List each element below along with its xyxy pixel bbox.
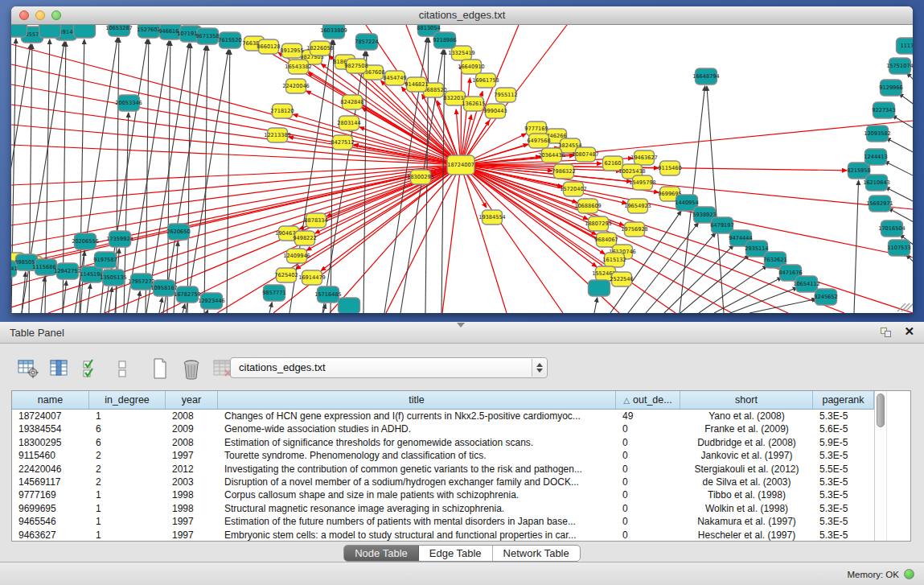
graph-node[interactable]: 16648794 <box>692 68 720 84</box>
graph-node[interactable]: 7857224 <box>355 34 378 50</box>
graph-node[interactable]: 1117 <box>897 38 914 54</box>
graph-node[interactable]: 16640910 <box>458 60 485 74</box>
graph-node[interactable] <box>39 25 61 38</box>
graph-node[interactable] <box>339 298 360 313</box>
graph-node[interactable]: 8242848 <box>340 95 363 109</box>
graph-node[interactable]: 19384554 <box>478 210 506 225</box>
column-header-name[interactable]: name <box>12 391 89 409</box>
table-row[interactable]: 1456911722003Disruption of a novel membe… <box>12 476 874 488</box>
column-header-year[interactable]: year <box>166 391 218 409</box>
graph-node[interactable]: 7615520 <box>218 32 241 48</box>
graph-node[interactable]: 12093582 <box>864 126 891 142</box>
graph-node[interactable]: 9827508 <box>344 59 368 73</box>
graph-node[interactable]: 20053346 <box>115 95 142 111</box>
graph-node[interactable]: 16914479 <box>298 270 326 285</box>
show-columns-button[interactable] <box>47 356 72 381</box>
table-row[interactable]: 1938455462009Genome-wide association stu… <box>12 422 874 435</box>
table-scrollbar[interactable] <box>874 391 886 541</box>
table-row[interactable]: 1872400712008Changes of HCN gene express… <box>12 410 874 422</box>
graph-node[interactable]: 19463627 <box>630 150 658 165</box>
graph-node[interactable]: 20364436 <box>538 148 565 163</box>
graph-node[interactable]: 8912955 <box>280 43 303 58</box>
column-header-short[interactable]: short <box>680 391 813 409</box>
column-header-in_degree[interactable]: in_degree <box>89 391 166 409</box>
graph-node[interactable]: 15716485 <box>314 286 342 303</box>
graph-node[interactable]: 1527602 <box>137 25 160 38</box>
graph-node[interactable]: 20206556 <box>72 233 99 249</box>
graph-node[interactable]: 9197587 <box>93 252 117 268</box>
splitter-handle[interactable] <box>457 323 465 328</box>
graph-node[interactable]: 1244413 <box>864 149 887 165</box>
graph-node[interactable]: 7955112 <box>494 88 517 102</box>
graph-node[interactable]: 9990443 <box>483 104 507 118</box>
graph-node[interactable]: 16961758 <box>472 73 499 88</box>
graph-node[interactable]: 9671358 <box>195 28 219 44</box>
tab-edge-table[interactable]: Edge Table <box>419 546 493 561</box>
graph-node[interactable]: 9115460 <box>658 161 681 175</box>
tab-node-table[interactable]: Node Table <box>344 546 419 561</box>
graph-node[interactable]: 15751074 <box>886 58 913 74</box>
graph-node[interactable]: 7986322 <box>552 164 575 179</box>
graph-node[interactable]: 12213389 <box>264 128 291 142</box>
graph-node[interactable] <box>74 25 96 38</box>
float-panel-icon[interactable] <box>881 328 892 338</box>
graph-node[interactable]: 12942757 <box>54 263 81 279</box>
graph-node[interactable]: 8427512 <box>331 135 354 150</box>
minimize-window-button[interactable] <box>35 10 45 20</box>
graph-node[interactable]: 8878334 <box>304 213 327 228</box>
zoom-window-button[interactable] <box>51 10 61 20</box>
scrollbar-thumb[interactable] <box>877 393 885 427</box>
network-svg[interactable]: 1872400718300295193845549777169746266649… <box>11 25 913 313</box>
graph-node[interactable]: 3915941 <box>11 261 18 277</box>
graph-node[interactable]: 18300295 <box>407 170 434 184</box>
graph-node[interactable]: 9498222 <box>293 231 316 245</box>
column-header-title[interactable]: title <box>218 391 616 409</box>
network-canvas[interactable]: 1872400718300295193845549777169746266649… <box>11 25 913 313</box>
graph-node[interactable]: 9129966 <box>879 80 902 96</box>
graph-node[interactable]: 18724007 <box>447 155 474 175</box>
graph-node[interactable]: 15495798 <box>629 175 656 190</box>
graph-node[interactable]: 13505135 <box>100 270 127 286</box>
table-row[interactable]: 946554611997Estimation of the future num… <box>12 515 874 528</box>
graph-node[interactable]: 10688609 <box>574 199 602 213</box>
tab-network-table[interactable]: Network Table <box>493 546 580 561</box>
select-all-button[interactable] <box>79 356 103 381</box>
graph-node[interactable]: 16782759 <box>174 286 201 303</box>
graph-node[interactable]: 16033809 <box>320 25 347 39</box>
table-row[interactable]: 969969511998Structural magnetic resonanc… <box>12 502 874 515</box>
graph-node[interactable]: 15692971 <box>866 196 893 212</box>
graph-node[interactable]: 1615132 <box>602 253 626 267</box>
graph-node[interactable]: 9245652 <box>814 289 837 305</box>
graph-node[interactable]: 2803144 <box>337 116 360 130</box>
column-header-out_degree[interactable]: △out_de... <box>616 391 680 409</box>
table-row[interactable]: 911546021997Tourette syndrome. Phenomeno… <box>12 449 874 462</box>
close-window-button[interactable] <box>19 10 29 20</box>
graph-node[interactable]: 8454749 <box>383 71 406 85</box>
graph-node[interactable]: 2522546 <box>610 272 633 286</box>
graph-node[interactable]: 7625402 <box>274 268 298 282</box>
table-settings-button[interactable] <box>16 356 40 381</box>
graph-node[interactable]: 9857771 <box>262 285 285 301</box>
graph-node[interactable]: 9227343 <box>872 102 895 118</box>
graph-node[interactable]: 10807487 <box>572 147 599 162</box>
graph-node[interactable] <box>589 280 610 296</box>
table-selector-dropdown[interactable]: citations_edges.txt <box>230 357 548 378</box>
graph-node[interactable]: 22420046 <box>282 79 310 93</box>
unselect-all-button[interactable] <box>110 356 134 381</box>
new-document-button[interactable] <box>148 356 172 381</box>
graph-node[interactable]: 18226058 <box>306 41 334 56</box>
graph-node[interactable] <box>11 25 27 37</box>
graph-node[interactable]: 17359924 <box>106 231 133 247</box>
graph-node[interactable]: 2620650 <box>166 224 190 240</box>
graph-node[interactable]: 1362615 <box>462 97 485 111</box>
column-header-pagerank[interactable]: pagerank <box>813 391 874 409</box>
graph-node[interactable]: 12409946 <box>283 249 310 263</box>
graph-node[interactable]: 15720407 <box>560 182 587 196</box>
graph-node[interactable]: 6479197 <box>710 217 733 233</box>
graph-node[interactable]: 19654923 <box>624 199 651 213</box>
graph-node[interactable]: 9218986 <box>433 32 456 48</box>
graph-node[interactable]: 18807293 <box>585 216 612 231</box>
table-row[interactable]: 1830029562008Estimation of significance … <box>12 436 874 449</box>
graph-node[interactable]: 9146821 <box>405 77 428 92</box>
graph-node[interactable]: 16543382 <box>285 60 312 74</box>
